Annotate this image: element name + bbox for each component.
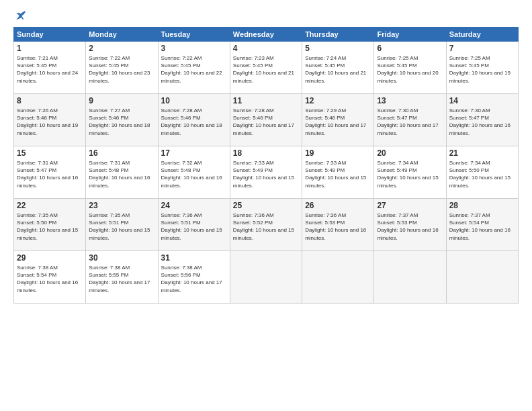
calendar-cell: 4Sunrise: 7:23 AMSunset: 5:45 PMDaylight… — [230, 42, 302, 94]
calendar-cell: 27Sunrise: 7:37 AMSunset: 5:53 PMDayligh… — [374, 199, 446, 251]
calendar-cell: 18Sunrise: 7:33 AMSunset: 5:49 PMDayligh… — [230, 146, 302, 199]
day-info: Sunrise: 7:29 AMSunset: 5:46 PMDaylight:… — [305, 107, 371, 137]
calendar-cell: 1Sunrise: 7:21 AMSunset: 5:45 PMDaylight… — [14, 42, 86, 94]
calendar-cell: 5Sunrise: 7:24 AMSunset: 5:45 PMDaylight… — [302, 42, 374, 94]
calendar-cell: 6Sunrise: 7:25 AMSunset: 5:45 PMDaylight… — [374, 42, 446, 94]
day-number: 10 — [161, 96, 227, 105]
day-number: 14 — [449, 96, 515, 105]
day-info: Sunrise: 7:30 AMSunset: 5:47 PMDaylight:… — [377, 107, 443, 137]
calendar-cell — [302, 251, 374, 304]
day-info: Sunrise: 7:36 AMSunset: 5:51 PMDaylight:… — [161, 212, 227, 242]
day-info: Sunrise: 7:36 AMSunset: 5:53 PMDaylight:… — [305, 212, 371, 242]
calendar-cell: 10Sunrise: 7:28 AMSunset: 5:46 PMDayligh… — [158, 94, 230, 146]
day-number: 4 — [233, 44, 299, 53]
day-number: 16 — [89, 148, 154, 158]
day-info: Sunrise: 7:25 AMSunset: 5:45 PMDaylight:… — [449, 54, 515, 85]
day-info: Sunrise: 7:27 AMSunset: 5:46 PMDaylight:… — [89, 107, 154, 137]
calendar-cell: 15Sunrise: 7:31 AMSunset: 5:47 PMDayligh… — [14, 146, 86, 199]
day-number: 31 — [161, 253, 227, 263]
day-info: Sunrise: 7:36 AMSunset: 5:52 PMDaylight:… — [233, 212, 299, 242]
day-info: Sunrise: 7:23 AMSunset: 5:45 PMDaylight:… — [233, 54, 299, 85]
day-info: Sunrise: 7:30 AMSunset: 5:47 PMDaylight:… — [449, 107, 515, 137]
calendar-cell: 20Sunrise: 7:34 AMSunset: 5:49 PMDayligh… — [374, 146, 446, 199]
calendar-page: SundayMondayTuesdayWednesdayThursdayFrid… — [0, 0, 532, 411]
calendar-cell: 22Sunrise: 7:35 AMSunset: 5:50 PMDayligh… — [14, 199, 86, 251]
calendar-cell — [446, 251, 518, 304]
day-info: Sunrise: 7:34 AMSunset: 5:49 PMDaylight:… — [377, 159, 443, 189]
calendar-cell: 25Sunrise: 7:36 AMSunset: 5:52 PMDayligh… — [230, 199, 302, 251]
day-number: 24 — [161, 201, 227, 210]
day-number: 21 — [449, 148, 515, 158]
logo — [13, 12, 27, 21]
day-number: 29 — [17, 253, 83, 263]
day-info: Sunrise: 7:37 AMSunset: 5:54 PMDaylight:… — [449, 212, 515, 242]
day-info: Sunrise: 7:24 AMSunset: 5:45 PMDaylight:… — [305, 54, 371, 85]
calendar-cell: 30Sunrise: 7:38 AMSunset: 5:55 PMDayligh… — [86, 251, 158, 304]
day-info: Sunrise: 7:33 AMSunset: 5:49 PMDaylight:… — [305, 159, 371, 189]
day-info: Sunrise: 7:33 AMSunset: 5:49 PMDaylight:… — [233, 159, 299, 189]
calendar-week-row: 8Sunrise: 7:26 AMSunset: 5:46 PMDaylight… — [14, 94, 519, 146]
calendar-week-row: 29Sunrise: 7:38 AMSunset: 5:54 PMDayligh… — [14, 251, 519, 304]
day-info: Sunrise: 7:31 AMSunset: 5:48 PMDaylight:… — [89, 159, 154, 189]
day-info: Sunrise: 7:37 AMSunset: 5:53 PMDaylight:… — [377, 212, 443, 242]
day-info: Sunrise: 7:28 AMSunset: 5:46 PMDaylight:… — [161, 107, 227, 137]
header — [13, 12, 519, 21]
day-number: 20 — [377, 148, 443, 158]
day-number: 2 — [89, 44, 154, 53]
calendar-cell: 16Sunrise: 7:31 AMSunset: 5:48 PMDayligh… — [86, 146, 158, 199]
day-number: 25 — [233, 201, 299, 210]
day-number: 6 — [377, 44, 443, 53]
calendar-cell: 26Sunrise: 7:36 AMSunset: 5:53 PMDayligh… — [302, 199, 374, 251]
day-number: 22 — [17, 201, 83, 210]
calendar-cell: 12Sunrise: 7:29 AMSunset: 5:46 PMDayligh… — [302, 94, 374, 146]
day-number: 27 — [377, 201, 443, 210]
day-info: Sunrise: 7:35 AMSunset: 5:51 PMDaylight:… — [89, 212, 154, 242]
calendar-cell: 7Sunrise: 7:25 AMSunset: 5:45 PMDaylight… — [446, 42, 518, 94]
calendar-header-monday: Monday — [86, 28, 158, 42]
day-number: 18 — [233, 148, 299, 158]
day-number: 28 — [449, 201, 515, 210]
day-info: Sunrise: 7:38 AMSunset: 5:56 PMDaylight:… — [161, 264, 227, 294]
calendar-cell: 14Sunrise: 7:30 AMSunset: 5:47 PMDayligh… — [446, 94, 518, 146]
calendar-cell — [374, 251, 446, 304]
day-number: 12 — [305, 96, 371, 105]
day-number: 8 — [17, 96, 83, 105]
calendar-cell: 9Sunrise: 7:27 AMSunset: 5:46 PMDaylight… — [86, 94, 158, 146]
calendar-cell — [230, 251, 302, 304]
day-info: Sunrise: 7:32 AMSunset: 5:48 PMDaylight:… — [161, 159, 227, 189]
calendar-week-row: 22Sunrise: 7:35 AMSunset: 5:50 PMDayligh… — [14, 199, 519, 251]
calendar-header-wednesday: Wednesday — [230, 28, 302, 42]
day-info: Sunrise: 7:31 AMSunset: 5:47 PMDaylight:… — [17, 159, 83, 189]
calendar-cell: 24Sunrise: 7:36 AMSunset: 5:51 PMDayligh… — [158, 199, 230, 251]
calendar-header-row: SundayMondayTuesdayWednesdayThursdayFrid… — [14, 28, 519, 42]
calendar-week-row: 15Sunrise: 7:31 AMSunset: 5:47 PMDayligh… — [14, 146, 519, 199]
day-info: Sunrise: 7:22 AMSunset: 5:45 PMDaylight:… — [161, 54, 227, 85]
day-number: 15 — [17, 148, 83, 158]
calendar-week-row: 1Sunrise: 7:21 AMSunset: 5:45 PMDaylight… — [14, 42, 519, 94]
calendar-cell: 13Sunrise: 7:30 AMSunset: 5:47 PMDayligh… — [374, 94, 446, 146]
calendar-header-thursday: Thursday — [302, 28, 374, 42]
calendar-cell: 17Sunrise: 7:32 AMSunset: 5:48 PMDayligh… — [158, 146, 230, 199]
calendar-header-friday: Friday — [374, 28, 446, 42]
day-number: 9 — [89, 96, 154, 105]
calendar-cell: 31Sunrise: 7:38 AMSunset: 5:56 PMDayligh… — [158, 251, 230, 304]
day-number: 17 — [161, 148, 227, 158]
calendar-cell: 23Sunrise: 7:35 AMSunset: 5:51 PMDayligh… — [86, 199, 158, 251]
day-info: Sunrise: 7:35 AMSunset: 5:50 PMDaylight:… — [17, 212, 83, 242]
day-info: Sunrise: 7:22 AMSunset: 5:45 PMDaylight:… — [89, 54, 154, 85]
calendar-cell: 28Sunrise: 7:37 AMSunset: 5:54 PMDayligh… — [446, 199, 518, 251]
day-number: 13 — [377, 96, 443, 105]
day-info: Sunrise: 7:21 AMSunset: 5:45 PMDaylight:… — [17, 54, 83, 85]
calendar-cell: 21Sunrise: 7:34 AMSunset: 5:50 PMDayligh… — [446, 146, 518, 199]
calendar-header-sunday: Sunday — [14, 28, 86, 42]
calendar-cell: 2Sunrise: 7:22 AMSunset: 5:45 PMDaylight… — [86, 42, 158, 94]
calendar-cell: 19Sunrise: 7:33 AMSunset: 5:49 PMDayligh… — [302, 146, 374, 199]
day-number: 19 — [305, 148, 371, 158]
calendar-cell: 11Sunrise: 7:28 AMSunset: 5:46 PMDayligh… — [230, 94, 302, 146]
day-number: 3 — [161, 44, 227, 53]
day-number: 5 — [305, 44, 371, 53]
day-number: 1 — [17, 44, 83, 53]
logo-bird-icon — [15, 9, 27, 21]
calendar-cell: 29Sunrise: 7:38 AMSunset: 5:54 PMDayligh… — [14, 251, 86, 304]
calendar-cell: 8Sunrise: 7:26 AMSunset: 5:46 PMDaylight… — [14, 94, 86, 146]
